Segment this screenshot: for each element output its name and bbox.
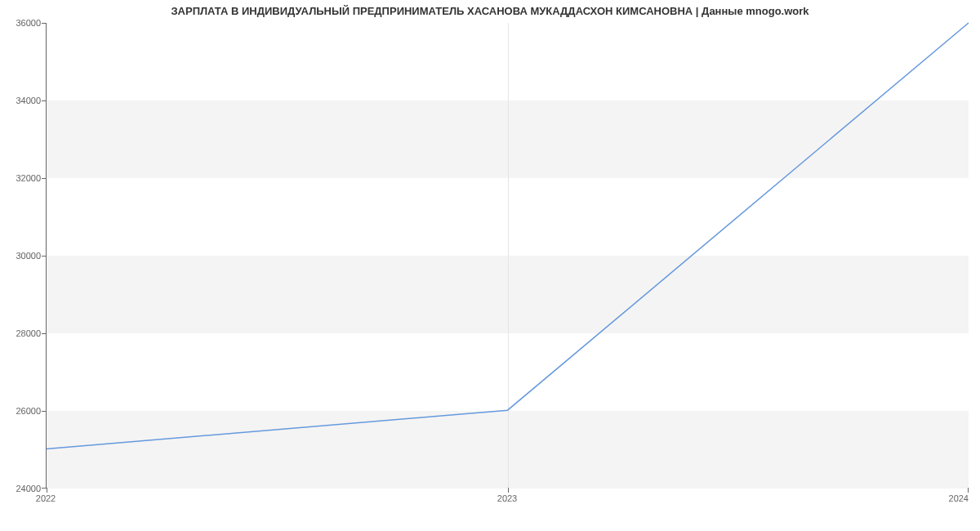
plot-area xyxy=(46,23,969,489)
data-line xyxy=(47,23,969,488)
x-tick xyxy=(968,488,969,493)
x-tick-label: 2024 xyxy=(949,493,969,503)
y-tick-label: 24000 xyxy=(5,484,41,493)
y-tick-label: 26000 xyxy=(5,406,41,416)
x-tick-label: 2022 xyxy=(36,493,56,503)
x-tick xyxy=(508,488,509,493)
x-tick xyxy=(47,488,47,493)
chart-title: ЗАРПЛАТА В ИНДИВИДУАЛЬНЫЙ ПРЕДПРИНИМАТЕЛ… xyxy=(0,5,980,17)
y-tick-label: 30000 xyxy=(5,251,41,261)
x-tick-label: 2023 xyxy=(497,493,517,503)
y-tick-label: 32000 xyxy=(5,173,41,183)
y-tick-label: 36000 xyxy=(5,18,41,28)
y-tick-label: 28000 xyxy=(5,328,41,338)
chart-container: ЗАРПЛАТА В ИНДИВИДУАЛЬНЫЙ ПРЕДПРИНИМАТЕЛ… xyxy=(0,0,980,531)
y-tick-label: 34000 xyxy=(5,96,41,105)
